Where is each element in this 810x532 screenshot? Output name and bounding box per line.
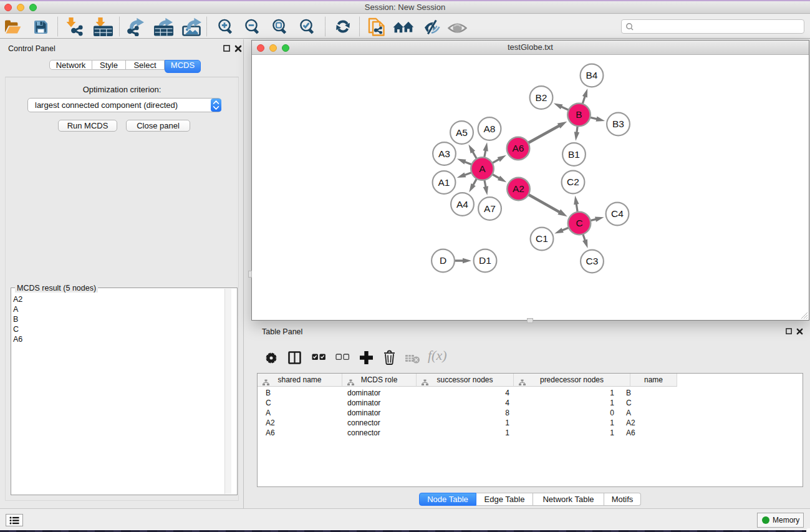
svg-text:B2: B2 xyxy=(536,92,547,103)
svg-text:A5: A5 xyxy=(456,127,468,138)
svg-text:C1: C1 xyxy=(536,233,548,244)
svg-text:C4: C4 xyxy=(611,208,624,219)
svg-text:A2: A2 xyxy=(513,183,524,194)
svg-text:A3: A3 xyxy=(438,148,450,159)
svg-text:B4: B4 xyxy=(586,70,598,80)
svg-text:B: B xyxy=(576,109,582,120)
svg-text:C2: C2 xyxy=(567,177,579,187)
svg-text:D: D xyxy=(440,255,446,266)
svg-text:A6: A6 xyxy=(513,143,524,153)
svg-text:A1: A1 xyxy=(438,177,450,188)
svg-text:A4: A4 xyxy=(456,199,468,210)
svg-text:A8: A8 xyxy=(484,123,496,134)
svg-text:B1: B1 xyxy=(568,149,580,160)
svg-text:C: C xyxy=(576,218,582,228)
svg-text:A7: A7 xyxy=(484,203,496,214)
svg-text:A: A xyxy=(479,163,486,174)
svg-text:B3: B3 xyxy=(612,118,624,129)
svg-text:C3: C3 xyxy=(586,256,599,266)
svg-text:D1: D1 xyxy=(479,255,491,266)
